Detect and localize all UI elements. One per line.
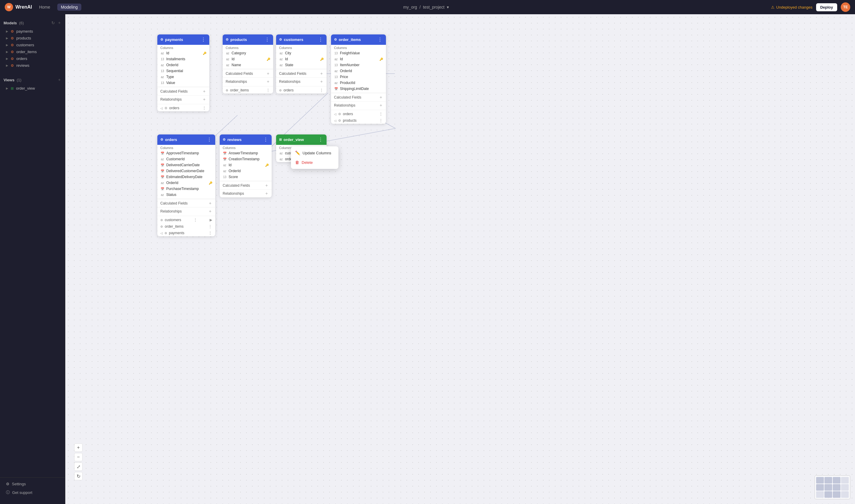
settings-item[interactable]: ⚙ Settings [3,480,61,488]
orders-relationships-row[interactable]: Relationships ＋ [157,207,215,215]
orders-related-payments[interactable]: ◁ ⚙ payments ⋮ [157,230,215,236]
support-item[interactable]: ⓘ Get support [3,488,61,497]
sidebar-item-order-items[interactable]: ▶ ⚙ order_items [3,48,61,55]
orders-calculated-fields-row[interactable]: Calculated Fields ＋ [157,199,215,207]
nav-modeling[interactable]: Modeling [57,3,81,11]
table-row: 📅PurchaseTimestamp [157,186,215,192]
related-icon: ⚙ [164,106,167,110]
table-row: azId 🔑 [276,56,326,62]
sidebar-item-reviews[interactable]: ▶ ⚙ reviews [3,62,61,69]
calculated-fields-label: Calculated Fields [226,72,253,76]
delete-menu-item[interactable]: 🗑 Delete [291,158,338,167]
nav-home[interactable]: Home [37,3,53,11]
customers-relationships-row[interactable]: Relationships ＋ [276,77,326,86]
related-menu-btn[interactable]: ⋮ [202,106,206,110]
customers-menu-btn[interactable]: ⋮ [318,37,324,42]
order-items-related-products[interactable]: ◁ ⚙ products ⋮ [331,117,386,124]
minimap-inner [815,476,850,499]
sidebar-item-order-view[interactable]: ▶ ⊞ order_view [3,85,61,92]
zoom-out-btn[interactable]: − [74,453,83,461]
reviews-relationships-row[interactable]: Relationships ＋ [220,190,272,197]
orders-menu-btn[interactable]: ⋮ [206,137,212,143]
sidebar-item-customers[interactable]: ▶ ⚙ customers [3,41,61,48]
sidebar-item-label: order_items [16,50,37,54]
zoom-refresh-btn[interactable]: ↻ [74,472,83,480]
canvas[interactable]: ⚙ payments ⋮ Columns azId 🔑 13Installmen… [65,14,855,504]
customers-related-orders[interactable]: ⚙ orders ⋮ [276,87,326,93]
model-icon: ⚙ [11,30,14,34]
table-row: 📅DeliveredCustomerDate [157,168,215,174]
type-icon: az [160,52,164,55]
table-row: azCustomerId [157,156,215,162]
table-row: azOrderId [331,68,386,74]
sidebar-bottom: ⚙ Settings ⓘ Get support [0,477,65,499]
table-row: azOrderId [220,168,272,174]
main-layout: Models (6) ↻ ＋ ▶ ⚙ payments ▶ ⚙ products… [0,14,855,504]
order-items-relationships-row[interactable]: Relationships ＋ [331,101,386,109]
products-related-order-items[interactable]: ⚙ order_items ⋮ [222,87,273,93]
order-items-related-orders[interactable]: ◁ ⚙ orders ⋮ [331,111,386,117]
reviews-menu-btn[interactable]: ⋮ [263,137,269,143]
nav-right: ⚠ Undeployed changes Deploy TE [771,2,851,12]
table-row: azState [276,62,326,68]
orders-related-order-items[interactable]: ⚙ order_items ⋮ [157,223,215,230]
expand-icon: ▶ [6,57,8,60]
view-icon: ⊞ [11,86,14,91]
settings-icon: ⚙ [6,482,10,486]
customers-calculated-fields-row[interactable]: Calculated Fields ＋ [276,70,326,77]
models-add-btn[interactable]: ＋ [57,20,61,25]
reviews-header: ⚙ reviews ⋮ [220,134,272,145]
payments-calculated-fields-row[interactable]: Calculated Fields ＋ [157,87,209,95]
minimap-block [833,491,840,498]
nav-org[interactable]: my_org [403,5,417,10]
update-columns-menu-item[interactable]: ✏️ Update Columns [291,148,338,158]
orders-header: ⚙ orders ⋮ [157,134,215,145]
zoom-fit-btn[interactable]: ⤢ [74,463,83,471]
products-calculated-fields-row[interactable]: Calculated Fields ＋ [222,70,273,77]
minimap-block [833,477,840,484]
reviews-card: ⚙ reviews ⋮ Columns 📅AnswerTimestamp 📅Cr… [220,134,272,197]
minimap-block [824,484,832,491]
models-refresh-btn[interactable]: ↻ [51,20,55,25]
payments-menu-btn[interactable]: ⋮ [200,37,206,42]
avatar: TE [841,2,850,12]
reviews-calculated-fields-row[interactable]: Calculated Fields ＋ [220,181,272,190]
table-row: azId 🔑 [222,56,273,62]
model-icon: ⚙ [11,64,14,68]
sidebar-item-payments[interactable]: ▶ ⚙ payments [3,28,61,35]
customers-title: customers [284,37,303,42]
minimap-block [824,491,832,498]
views-add-btn[interactable]: ＋ [57,77,61,83]
sidebar-item-products[interactable]: ▶ ⚙ products [3,35,61,41]
order-items-menu-btn[interactable]: ⋮ [377,37,383,42]
order-items-title: order_items [339,37,361,42]
models-actions: ↻ ＋ [51,20,61,25]
products-columns-label: Columns [222,45,273,50]
payments-relationships-row[interactable]: Relationships ＋ [157,95,209,103]
sidebar-item-orders[interactable]: ▶ ⚙ orders [3,55,61,62]
logo-icon: W [5,3,13,11]
add-calculated-field-btn[interactable]: ＋ [202,89,206,94]
table-row: azOrderId 🔑 [157,180,215,186]
relationships-label: Relationships [226,79,247,84]
add-relationship-btn[interactable]: ＋ [202,97,206,102]
zoom-in-btn[interactable]: + [74,444,83,452]
expand-icon: ▶ [6,64,8,67]
support-label: Get support [12,490,32,495]
order-items-calculated-fields-row[interactable]: Calculated Fields ＋ [331,93,386,101]
type-icon: 13 [160,81,164,85]
payments-related-orders[interactable]: ◁ ⚙ orders ⋮ [157,105,209,111]
sidebar: Models (6) ↻ ＋ ▶ ⚙ payments ▶ ⚙ products… [0,14,65,504]
type-icon: az [160,75,164,79]
warning-icon: ⚠ [771,5,774,10]
reviews-title: reviews [227,138,242,142]
deploy-button[interactable]: Deploy [816,3,837,11]
delete-label: Delete [302,160,313,165]
order-view-menu-btn[interactable]: ⋮ [318,137,324,143]
orders-related-customers[interactable]: ⚙ customers ⋮ ▶ [157,217,215,223]
nav-project[interactable]: test_project [423,5,444,10]
table-row: 13Score [220,174,272,180]
products-relationships-row[interactable]: Relationships ＋ [222,77,273,86]
products-menu-btn[interactable]: ⋮ [264,37,270,42]
sidebar-item-label: products [16,36,31,40]
